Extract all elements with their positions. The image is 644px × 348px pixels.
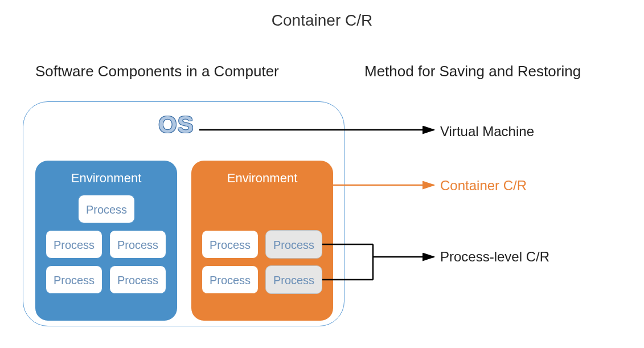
process-box: Process: [202, 265, 259, 294]
process-box: Process: [46, 265, 102, 294]
method-label-vm: Virtual Machine: [440, 124, 534, 140]
process-box: Process: [109, 265, 166, 294]
process-box-highlighted: Process: [265, 230, 322, 259]
process-box-highlighted: Process: [265, 265, 322, 294]
process-box: Process: [78, 195, 135, 223]
process-box: Process: [109, 230, 166, 259]
process-box: Process: [202, 230, 259, 259]
subtitle-left: Software Components in a Computer: [35, 63, 279, 80]
method-label-container: Container C/R: [440, 178, 527, 194]
env-orange-title: Environment: [191, 161, 333, 186]
process-box: Process: [46, 230, 102, 259]
method-label-process: Process-level C/R: [440, 249, 549, 265]
os-label: OS: [158, 111, 194, 138]
subtitle-right: Method for Saving and Restoring: [364, 63, 581, 80]
diagram-title: Container C/R: [0, 11, 644, 30]
env-blue-title: Environment: [35, 161, 177, 186]
